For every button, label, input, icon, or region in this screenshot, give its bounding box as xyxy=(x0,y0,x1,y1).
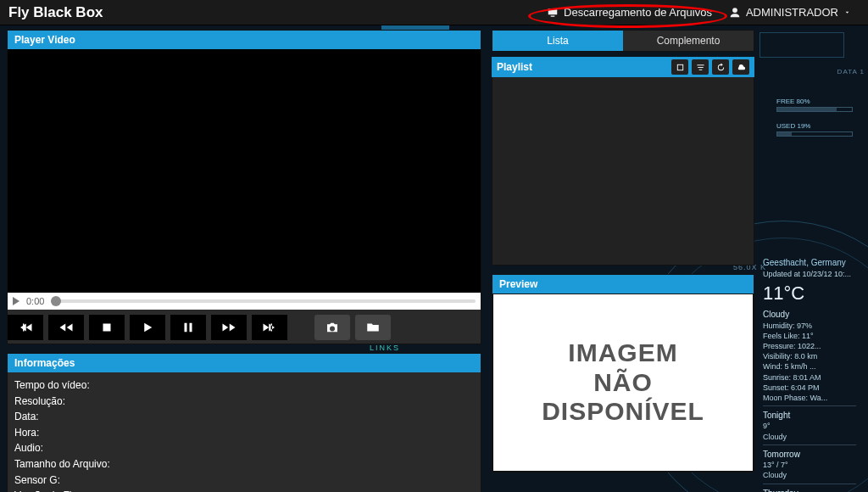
app-header: Fly Black Box Descarregamento de Arquivo… xyxy=(0,0,868,25)
rewind-button[interactable] xyxy=(48,315,84,340)
info-firmware: Versão do Firmware: xyxy=(14,488,474,492)
tab-lista[interactable]: Lista xyxy=(492,31,623,51)
weather-moon: Moon Phase: Wa... xyxy=(763,393,856,403)
player-panel: Player Video 0:00 xyxy=(7,30,481,344)
info-hora: Hora: xyxy=(14,425,474,441)
weather-tomorrow-temp: 13° / 7° xyxy=(763,460,856,470)
preview-title: Preview xyxy=(492,275,754,294)
scrubber-track[interactable] xyxy=(51,299,476,303)
play-button[interactable] xyxy=(130,315,165,340)
weather-thursday-label: Thursday xyxy=(763,488,856,492)
playlist-title: Playlist xyxy=(497,61,668,73)
player-title: Player Video xyxy=(8,31,481,49)
weather-pressure: Pressure: 1022... xyxy=(763,341,856,351)
preview-body: IMAGEM NÃO DISPONÍVEL xyxy=(492,294,754,472)
info-panel: Informações Tempo do vídeo: Resolução: D… xyxy=(7,353,481,492)
open-folder-button[interactable] xyxy=(355,315,391,340)
video-scrubber[interactable]: 0:00 xyxy=(8,293,481,310)
weather-visibility: Visibility: 8.0 km xyxy=(763,351,856,361)
playlist-refresh-button[interactable] xyxy=(712,59,729,75)
playlist-panel: Playlist xyxy=(492,57,754,266)
stop-button[interactable] xyxy=(89,315,125,340)
info-audio: Audio: xyxy=(14,440,474,456)
user-menu[interactable]: ADMINISTRADOR xyxy=(721,3,860,21)
cloud-icon xyxy=(737,63,746,72)
weather-widget: Geesthacht, Germany Updated at 10/23/12 … xyxy=(763,257,856,492)
skip-back-icon xyxy=(18,320,33,335)
tab-row: Lista Complemento xyxy=(492,30,754,52)
svg-rect-0 xyxy=(103,324,111,332)
weather-city: Geesthacht, Germany xyxy=(763,257,856,269)
refresh-icon xyxy=(716,63,726,72)
video-controls xyxy=(8,310,481,344)
pause-button[interactable] xyxy=(170,315,206,340)
snapshot-button[interactable] xyxy=(314,315,350,340)
scrubber-handle[interactable] xyxy=(51,296,61,306)
info-resolucao: Resolução: xyxy=(14,394,474,410)
folder-icon xyxy=(365,320,381,335)
playlist-cloud-button[interactable] xyxy=(732,59,749,75)
tab-complemento[interactable]: Complemento xyxy=(623,31,754,51)
weather-tonight-cond: Cloudy xyxy=(763,432,856,442)
weather-temp: 11°C xyxy=(763,281,856,306)
preview-panel: Preview IMAGEM NÃO DISPONÍVEL xyxy=(492,274,754,472)
weather-sunset: Sunset: 6:04 PM xyxy=(763,383,856,393)
video-time: 0:00 xyxy=(26,296,44,306)
skip-forward-button[interactable] xyxy=(252,315,287,340)
playlist-body[interactable] xyxy=(492,77,754,266)
weather-tomorrow-label: Tomorrow xyxy=(763,449,856,461)
expand-icon xyxy=(676,63,685,72)
download-files-label: Descarregamento de Arquivos xyxy=(564,6,712,19)
preview-unavailable-text: IMAGEM NÃO DISPONÍVEL xyxy=(542,338,704,427)
camera-icon xyxy=(325,320,340,335)
download-files-link[interactable]: Descarregamento de Arquivos xyxy=(538,3,721,21)
stop-icon xyxy=(99,320,114,335)
info-tempo: Tempo do vídeo: xyxy=(14,377,474,394)
weather-cond: Cloudy xyxy=(763,309,856,321)
weather-feels: Feels Like: 11° xyxy=(763,331,856,341)
info-tamanho: Tamanho do Arquivo: xyxy=(14,456,474,472)
skip-back-button[interactable] xyxy=(8,315,43,340)
forward-icon xyxy=(221,320,236,335)
user-icon xyxy=(729,7,741,19)
weather-tonight-label: Tonight xyxy=(763,410,856,422)
skip-forward-icon xyxy=(262,320,277,335)
playlist-sort-button[interactable] xyxy=(692,59,709,75)
info-data: Data: xyxy=(14,409,474,425)
forward-button[interactable] xyxy=(211,315,247,340)
pause-icon xyxy=(181,320,196,335)
brand-title: Fly Black Box xyxy=(8,4,103,21)
scrubber-play-icon[interactable] xyxy=(13,297,19,305)
rewind-icon xyxy=(58,320,74,335)
weather-wind: Wind: 5 km/h ... xyxy=(763,361,856,372)
monitor-icon xyxy=(547,7,559,19)
sort-icon xyxy=(696,63,705,72)
info-sensor: Sensor G: xyxy=(14,472,474,489)
video-area[interactable] xyxy=(8,49,481,293)
weather-humidity: Humidity: 97% xyxy=(763,321,856,331)
weather-updated: Updated at 10/23/12 10:... xyxy=(763,269,856,279)
playlist-expand-button[interactable] xyxy=(671,59,688,75)
svg-rect-1 xyxy=(677,64,682,70)
caret-down-icon xyxy=(843,8,851,16)
weather-tonight-temp: 9° xyxy=(763,421,856,431)
user-label: ADMINISTRADOR xyxy=(746,6,838,19)
weather-tomorrow-cond: Cloudy xyxy=(763,470,856,480)
weather-sunrise: Sunrise: 8:01 AM xyxy=(763,372,856,383)
info-title: Informações xyxy=(8,354,481,372)
play-icon xyxy=(140,320,155,335)
